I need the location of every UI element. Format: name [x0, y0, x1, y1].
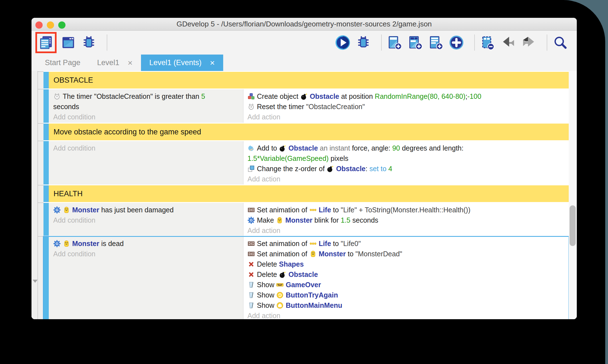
gameover-icon — [276, 281, 284, 289]
close-tab-icon[interactable]: × — [128, 58, 133, 68]
debug-icon[interactable] — [356, 35, 371, 50]
add-sub-event-icon[interactable] — [387, 35, 402, 50]
svg-text:G: G — [250, 218, 252, 222]
event-row[interactable]: The timer "ObstacleCreation" is greater … — [43, 89, 569, 123]
conditions-cell[interactable]: Add condition — [49, 141, 243, 185]
toolbar-separator — [381, 35, 382, 51]
event-drag-bar[interactable] — [43, 185, 49, 202]
condition-line[interactable]: GMonster is dead — [53, 238, 240, 249]
action-line[interactable]: Delete Obstacle — [247, 269, 566, 280]
add-condition-button[interactable]: Add condition — [53, 112, 240, 122]
add-action-button[interactable]: Add action — [247, 174, 566, 184]
text-segment: at position — [339, 92, 375, 100]
conditions-cell[interactable]: The timer "ObstacleCreation" is greater … — [49, 89, 243, 123]
event-group-row[interactable]: OBSTACLE — [43, 72, 569, 88]
add-condition-button[interactable]: Add condition — [53, 215, 240, 225]
event-drag-bar[interactable] — [43, 89, 49, 123]
action-line[interactable]: Set animation of Monster to "MonsterDead… — [247, 249, 566, 259]
text-segment: Monster — [72, 240, 99, 247]
anim-icon — [247, 250, 255, 258]
event-row[interactable]: GMonster has just been damagedAdd condit… — [43, 203, 569, 236]
conditions-cell[interactable]: GMonster has just been damagedAdd condit… — [49, 203, 243, 236]
event-drag-bar[interactable] — [43, 124, 49, 140]
toolbar-separator — [547, 35, 547, 51]
actions-cell[interactable]: Set animation of Life to "Life0"Set anim… — [243, 237, 569, 319]
condition-line[interactable]: The timer "ObstacleCreation" is greater … — [53, 91, 240, 102]
event-group-row[interactable]: HEALTH — [43, 185, 569, 202]
text-segment: Show — [257, 281, 276, 289]
action-line[interactable]: Change the z-order of Obstacle: set to 4 — [247, 164, 566, 174]
text-segment: Obstacle — [336, 165, 366, 173]
action-line[interactable]: Show GameOver — [247, 280, 566, 290]
debugger-icon[interactable] — [81, 35, 97, 50]
condition-line[interactable]: GMonster has just been damaged — [53, 205, 240, 215]
tab-start-page[interactable]: Start Page — [37, 55, 89, 71]
event-row-selected[interactable]: GMonster is deadAdd conditionSet animati… — [43, 237, 569, 319]
remove-event-icon[interactable] — [480, 35, 495, 50]
text-segment: force, angle: — [352, 144, 392, 152]
actions-cell[interactable]: Add to Obstacle an instant force, angle:… — [243, 141, 569, 185]
show-icon — [247, 302, 255, 309]
add-action-button[interactable]: Add action — [247, 112, 566, 122]
event-drag-bar[interactable] — [43, 141, 49, 185]
action-line[interactable]: Show ButtonMainMenu — [247, 300, 566, 311]
tab-level1-events-[interactable]: Level1 (Events)× — [141, 55, 223, 71]
text-segment: set to — [369, 165, 388, 173]
action-line[interactable]: Create object Obstacle at position Rando… — [247, 91, 566, 102]
action-line[interactable]: 1.5*Variable(GameSpeed) pixels — [247, 153, 566, 164]
collapse-arrow-icon[interactable] — [33, 280, 38, 283]
action-line[interactable]: GMake Monster blink for 1.5 seconds — [247, 215, 566, 225]
vertical-scrollbar[interactable] — [569, 71, 577, 319]
add-comment-icon[interactable] — [407, 35, 423, 50]
event-drag-bar[interactable] — [43, 203, 49, 236]
conditions-cell[interactable]: GMonster is deadAdd condition — [49, 237, 243, 319]
text-segment: Add condition — [53, 113, 96, 121]
toolbar-highlight-box[interactable] — [35, 32, 57, 53]
action-line[interactable]: Add to Obstacle an instant force, angle:… — [247, 143, 566, 153]
timer-icon — [247, 103, 255, 110]
actions-cell[interactable]: Create object Obstacle at position Rando… — [243, 89, 569, 123]
project-manager-icon[interactable] — [38, 35, 54, 50]
scene-editor-icon[interactable] — [60, 35, 76, 50]
mainmenu-icon — [276, 302, 284, 309]
zorder-icon — [247, 165, 255, 173]
event-drag-bar[interactable] — [43, 237, 49, 319]
tab-label: Start Page — [45, 58, 81, 67]
scrollbar-thumb[interactable] — [570, 205, 576, 246]
action-line[interactable]: Show ButtonTryAgain — [247, 290, 566, 300]
text-segment: Life — [319, 240, 331, 247]
search-icon[interactable] — [552, 35, 568, 50]
add-action-button[interactable]: Add action — [247, 225, 566, 236]
action-line[interactable]: Delete Shapes — [247, 259, 566, 269]
debugger-icon-button[interactable] — [81, 35, 97, 50]
close-tab-icon[interactable]: × — [210, 58, 215, 68]
add-circle-icon[interactable] — [449, 35, 464, 50]
play-icon[interactable] — [335, 35, 351, 50]
tab-level1[interactable]: Level1× — [89, 55, 141, 71]
add-condition-button[interactable]: Add condition — [53, 143, 240, 153]
add-action-button[interactable]: Add action — [247, 311, 566, 319]
gdevelop-window: GDevelop 5 - /Users/florian/Downloads/ge… — [31, 18, 577, 319]
add-event-icon[interactable] — [428, 35, 444, 50]
monster-icon — [276, 217, 283, 224]
action-line[interactable]: Reset the timer "ObstacleCreation" — [247, 102, 566, 112]
event-drag-bar[interactable] — [43, 72, 49, 88]
event-group-row[interactable]: Move obstacle according to the game spee… — [43, 124, 569, 140]
text-segment: -100 — [467, 92, 481, 100]
redo-icon[interactable] — [521, 35, 537, 50]
undo-icon[interactable] — [500, 35, 516, 50]
action-line[interactable]: Set animation of Life to "Life0" — [247, 238, 566, 249]
actions-cell[interactable]: Set animation of Life to "Life" + ToStri… — [243, 203, 569, 236]
show-icon — [247, 281, 255, 289]
condition-line[interactable]: seconds — [53, 102, 240, 112]
scene-editor-icon-button[interactable] — [60, 35, 76, 50]
text-segment: GameOver — [286, 281, 321, 289]
text-segment: seconds — [53, 103, 79, 110]
action-line[interactable]: Set animation of Life to "Life" + ToStri… — [247, 205, 566, 215]
text-segment: "Life0" — [341, 240, 361, 247]
event-row[interactable]: Add conditionAdd to Obstacle an instant … — [43, 141, 569, 185]
event-group-label: Move obstacle according to the game spee… — [49, 124, 569, 140]
add-condition-button[interactable]: Add condition — [53, 249, 240, 259]
svg-text:G: G — [55, 242, 58, 246]
text-segment: Set animation of — [257, 250, 309, 258]
